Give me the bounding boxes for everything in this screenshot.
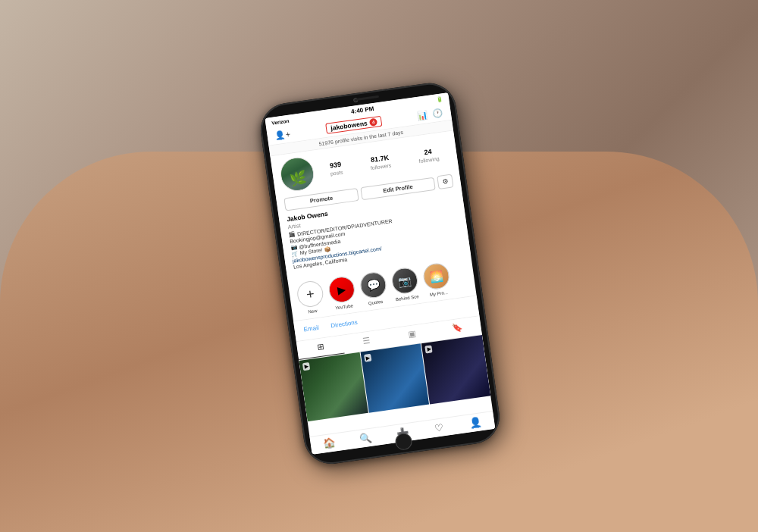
- highlight-quotes[interactable]: 💬 Quotes: [359, 271, 389, 306]
- video-play-icon-3: ▶: [425, 345, 433, 353]
- highlight-youtube-label: YouTube: [335, 303, 353, 310]
- avatar: 🌿: [278, 155, 316, 193]
- highlight-behind[interactable]: 📷 Behind Sce: [390, 266, 421, 302]
- phone-screen: Verizon 4:40 PM 🔋 👤+ jakobowens 4 📊 🕐: [265, 92, 495, 455]
- bar-chart-icon[interactable]: 📊: [417, 110, 429, 121]
- carrier-text: Verizon: [271, 118, 290, 126]
- posts-count: 939: [329, 161, 343, 170]
- notification-badge: 4: [369, 118, 377, 127]
- hand-holding-phone: Verizon 4:40 PM 🔋 👤+ jakobowens 4 📊 🕐: [0, 0, 758, 532]
- followers-label: followers: [370, 162, 391, 171]
- video-play-icon-1: ▶: [302, 362, 310, 371]
- highlight-myprofile-label: My Pro...: [430, 290, 449, 297]
- posts-label: posts: [330, 169, 343, 176]
- nav-activity[interactable]: ♡: [420, 420, 458, 437]
- highlight-youtube[interactable]: ▶ YouTube: [327, 275, 358, 311]
- nav-search[interactable]: 🔍: [346, 430, 384, 446]
- email-tab[interactable]: Email: [296, 318, 326, 341]
- battery-icon: 🔋: [436, 96, 443, 103]
- username-text: jakobowens: [330, 119, 368, 132]
- highlight-new[interactable]: + New: [296, 280, 326, 315]
- highlight-new-label: New: [308, 308, 318, 315]
- highlight-quotes-circle: 💬: [359, 271, 387, 299]
- avatar-person-icon: 🌿: [288, 169, 307, 188]
- photo-cell-2[interactable]: ▶: [360, 343, 429, 412]
- highlight-behind-circle: 📷: [390, 266, 419, 295]
- video-play-icon-2: ▶: [364, 354, 371, 362]
- following-stat[interactable]: 24 following: [417, 147, 440, 165]
- nav-profile[interactable]: 👤: [456, 415, 494, 431]
- settings-button[interactable]: ⚙: [437, 174, 453, 189]
- highlight-new-circle: +: [296, 280, 324, 308]
- photo-cell-1[interactable]: ▶: [299, 352, 368, 421]
- status-icons: 🔋: [436, 96, 443, 103]
- nav-home[interactable]: 🏠: [310, 435, 348, 452]
- photo-cell-3[interactable]: ▶: [421, 335, 490, 404]
- followers-stat[interactable]: 81.7K followers: [369, 154, 392, 172]
- following-label: following: [418, 156, 440, 164]
- posts-stat: 939 posts: [329, 161, 343, 177]
- highlight-quotes-label: Quotes: [368, 299, 384, 306]
- history-icon[interactable]: 🕐: [432, 108, 444, 119]
- avatar-image: 🌿: [279, 156, 315, 192]
- highlight-youtube-circle: ▶: [327, 275, 356, 304]
- highlight-behind-label: Behind Sce: [396, 294, 419, 302]
- profile-stats: 939 posts 81.7K followers 24 following: [318, 146, 449, 179]
- highlight-myprofile[interactable]: 🌅 My Pro...: [421, 261, 452, 297]
- add-user-icon[interactable]: 👤+: [274, 129, 291, 141]
- phone-speaker: [356, 95, 379, 101]
- highlight-myprofile-circle: 🌅: [421, 261, 450, 290]
